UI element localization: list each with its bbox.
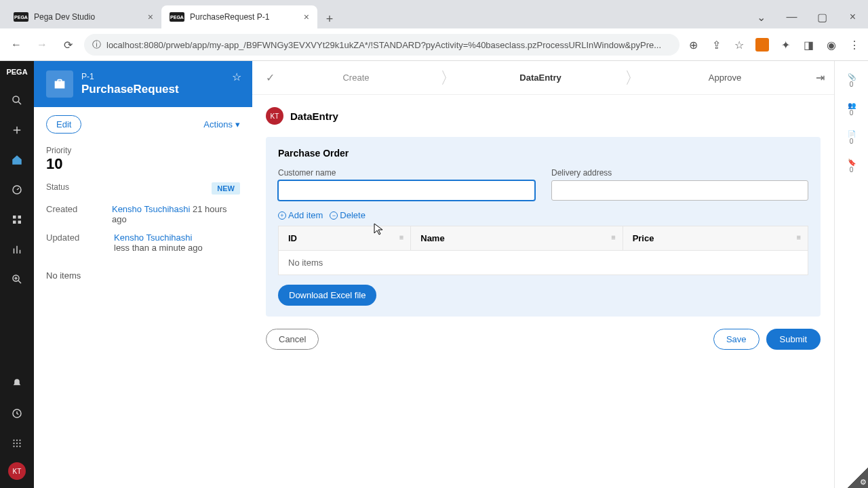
new-tab-button[interactable]: + (320, 9, 339, 28)
filter-icon[interactable]: ≡ (611, 233, 615, 241)
attachments-icon[interactable]: 📎0 (848, 73, 856, 88)
items-table: ID≡ Name≡ Price≡ No items (278, 226, 808, 275)
svg-rect-7 (18, 216, 22, 219)
bell-icon[interactable] (6, 373, 28, 394)
utility-rail: 📎0 👥0 📄0 🔖0 (834, 61, 868, 488)
maximize-icon[interactable]: ▢ (807, 5, 837, 28)
home-icon[interactable] (6, 149, 28, 171)
svg-point-19 (16, 439, 18, 441)
search-icon[interactable] (6, 89, 28, 111)
actions-menu[interactable]: Actions ▾ (203, 119, 240, 129)
menu-icon[interactable]: ⋮ (848, 38, 861, 52)
url-input[interactable]: ⓘ localhost:8080/prweb/app/my-app_/B9FWN… (84, 34, 679, 56)
followers-icon[interactable]: 📄0 (848, 130, 856, 145)
profile-icon[interactable]: ◉ (825, 38, 838, 52)
user-avatar[interactable]: KT (8, 462, 26, 480)
svg-line-1 (18, 102, 21, 104)
svg-point-23 (19, 443, 20, 444)
close-window-icon[interactable]: × (837, 5, 868, 28)
col-price[interactable]: Price≡ (623, 226, 808, 251)
save-button[interactable]: Save (713, 329, 760, 350)
delete-item-link[interactable]: −Delete (330, 210, 366, 220)
svg-point-18 (13, 439, 14, 441)
svg-point-25 (16, 445, 18, 447)
delivery-address-input[interactable] (551, 180, 808, 201)
pega-logo: PEGA (6, 68, 27, 76)
sidebar-empty: No items (34, 257, 252, 294)
svg-line-5 (17, 188, 19, 190)
nav-rail: PEGA KT (0, 61, 34, 488)
updated-by-link[interactable]: Kensho Tsuchihashi (114, 232, 192, 243)
browser-tab-0[interactable]: PEGA Pega Dev Studio × (5, 5, 161, 28)
form-title: DataEntry (290, 110, 338, 122)
svg-point-21 (13, 443, 14, 444)
panel-title: Parchase Order (278, 148, 808, 159)
forward-button[interactable]: → (33, 35, 52, 54)
extension-icon[interactable] (755, 38, 769, 52)
step-dataentry[interactable]: DataEntry (459, 61, 622, 94)
priority-label: Priority (46, 146, 240, 155)
updated-label: Updated (46, 232, 114, 253)
chart-icon[interactable] (6, 239, 28, 260)
reload-button[interactable]: ⟳ (58, 35, 77, 54)
step-create[interactable]: Create (275, 61, 437, 94)
close-icon[interactable]: × (148, 12, 153, 22)
briefcase-icon (46, 70, 73, 98)
exit-icon[interactable]: ⇥ (806, 71, 834, 84)
status-label: Status (46, 182, 69, 195)
priority-value: 10 (46, 155, 240, 173)
chevron-down-icon[interactable]: ⌄ (746, 5, 776, 28)
chevron-right-icon: 〉 (437, 67, 459, 89)
plus-icon[interactable] (6, 119, 28, 141)
step-approve[interactable]: Approve (644, 61, 806, 94)
share-icon[interactable]: ⇪ (709, 38, 723, 52)
zoom-icon[interactable]: ⊕ (686, 38, 700, 52)
status-badge: NEW (212, 182, 240, 195)
browser-chrome: PEGA Pega Dev Studio × PEGA PurchaseRequ… (0, 0, 868, 61)
case-header: P-1 PurchaseRequest ☆ (34, 61, 252, 107)
submit-button[interactable]: Submit (766, 329, 821, 350)
extensions-icon[interactable]: ✦ (778, 38, 792, 52)
browser-tab-1[interactable]: PEGA PurchaseRequest P-1 × (161, 5, 317, 28)
case-sidebar: P-1 PurchaseRequest ☆ Edit Actions ▾ Pri… (34, 61, 252, 488)
filter-icon[interactable]: ≡ (797, 233, 801, 241)
tab-title: Pega Dev Studio (34, 12, 95, 22)
address-bar: ← → ⟳ ⓘ localhost:8080/prweb/app/my-app_… (0, 28, 868, 61)
add-item-link[interactable]: +Add item (278, 210, 323, 220)
col-id[interactable]: ID≡ (279, 226, 411, 251)
grid-icon[interactable] (6, 432, 28, 454)
svg-point-24 (13, 445, 14, 447)
svg-rect-9 (18, 221, 22, 224)
updated-at: less than a minute ago (114, 243, 203, 253)
svg-line-14 (18, 281, 21, 283)
stage-stepper: ✓ Create 〉 DataEntry 〉 Approve ⇥ (252, 61, 834, 95)
tags-icon[interactable]: 🔖0 (848, 159, 856, 174)
recent-icon[interactable] (6, 403, 28, 424)
table-empty: No items (279, 251, 808, 275)
filter-icon[interactable]: ≡ (399, 233, 403, 241)
purchase-order-panel: Parchase Order Customer name Delivery ad… (266, 137, 821, 317)
back-button[interactable]: ← (7, 35, 26, 54)
customer-name-input[interactable] (278, 180, 535, 201)
gear-icon[interactable]: ⚙ (848, 468, 868, 488)
svg-point-22 (16, 443, 18, 444)
bookmark-icon[interactable]: ☆ (732, 38, 746, 52)
site-info-icon: ⓘ (92, 39, 101, 51)
created-by-link[interactable]: Kensho Tsuchihashi (112, 204, 190, 214)
gauge-icon[interactable] (6, 179, 28, 201)
stakeholders-icon[interactable]: 👥0 (848, 102, 856, 117)
minimize-icon[interactable]: — (776, 5, 807, 28)
favorite-icon[interactable]: ☆ (232, 70, 241, 83)
window-controls: ⌄ — ▢ × (746, 5, 868, 28)
sidepanel-icon[interactable]: ◨ (802, 38, 815, 52)
col-name[interactable]: Name≡ (411, 226, 623, 251)
edit-button[interactable]: Edit (46, 115, 81, 134)
tab-bar: PEGA Pega Dev Studio × PEGA PurchaseRequ… (0, 0, 868, 28)
close-icon[interactable]: × (304, 12, 309, 22)
download-excel-button[interactable]: Download Excel file (278, 285, 376, 306)
apps-icon[interactable] (6, 209, 28, 230)
explore-icon[interactable] (6, 268, 28, 290)
chevron-right-icon: 〉 (622, 67, 644, 89)
case-id: P-1 (81, 72, 179, 81)
cancel-button[interactable]: Cancel (266, 329, 319, 350)
